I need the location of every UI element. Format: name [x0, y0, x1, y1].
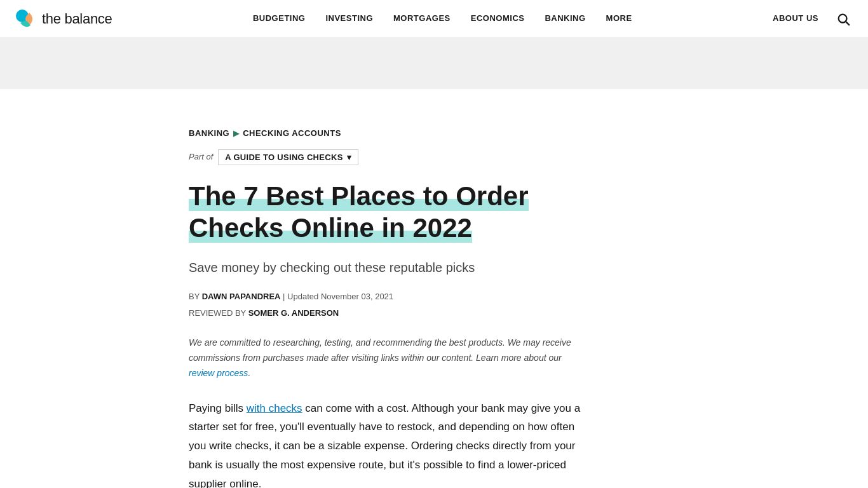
site-header: the balance BUDGETING INVESTING MORTGAGE…: [0, 0, 868, 38]
nav-about-us[interactable]: ABOUT US: [773, 12, 818, 25]
reviewer-link[interactable]: SOMER G. ANDERSON: [248, 308, 339, 318]
nav-budgeting[interactable]: BUDGETING: [253, 12, 306, 25]
article-title-line1: The 7 Best Places to Order: [189, 181, 529, 211]
search-icon: [836, 12, 850, 26]
para1-pre: Paying bills: [189, 402, 243, 414]
with-checks-link[interactable]: with checks: [247, 402, 302, 414]
article-date: November 03, 2021: [321, 292, 393, 301]
header-right: ABOUT US: [773, 10, 853, 29]
main-content: BANKING ▶ CHECKING ACCOUNTS Part of A GU…: [173, 89, 695, 488]
breadcrumb-parent-link[interactable]: BANKING: [189, 127, 229, 140]
para1-rest: can come with a cost. Although your bank…: [189, 402, 580, 488]
article-subtitle: Save money by checking out these reputab…: [189, 257, 583, 278]
site-logo[interactable]: the balance: [15, 8, 112, 30]
article-title-line2: Checks Online in 2022: [189, 213, 472, 243]
part-of-badge-text: A GUIDE TO USING CHECKS: [225, 152, 342, 162]
disclosure-body: We are committed to researching, testing…: [189, 337, 571, 363]
breadcrumb-arrow-icon: ▶: [233, 128, 239, 140]
breadcrumb: BANKING ▶ CHECKING ACCOUNTS: [189, 127, 679, 140]
nav-mortgages[interactable]: MORTGAGES: [393, 12, 451, 25]
date-prefix: Updated: [287, 292, 318, 301]
logo-icon: [15, 9, 36, 29]
main-nav: BUDGETING INVESTING MORTGAGES ECONOMICS …: [253, 12, 632, 25]
review-process-link[interactable]: review process: [189, 368, 248, 378]
nav-banking[interactable]: BANKING: [545, 12, 585, 25]
article-body: Paying bills with checks can come with a…: [189, 399, 679, 488]
search-button[interactable]: [834, 10, 853, 29]
reviewed-by: REVIEWED BY SOMER G. ANDERSON: [189, 307, 679, 320]
nav-investing[interactable]: INVESTING: [325, 12, 373, 25]
svg-line-2: [846, 22, 849, 25]
author-prefix: BY: [189, 292, 200, 301]
reviewed-prefix: REVIEWED BY: [189, 308, 246, 318]
part-of-chevron-icon: ▾: [347, 152, 351, 162]
part-of-row: Part of A GUIDE TO USING CHECKS ▾: [189, 149, 679, 165]
disclosure-text: We are committed to researching, testing…: [189, 336, 583, 381]
part-of-badge[interactable]: A GUIDE TO USING CHECKS ▾: [218, 149, 358, 165]
paragraph-1: Paying bills with checks can come with a…: [189, 399, 583, 488]
logo-text: the balance: [42, 8, 112, 30]
disclosure-period: .: [248, 368, 250, 378]
byline: BY DAWN PAPANDREA | Updated November 03,…: [189, 290, 679, 304]
ad-banner: [0, 38, 868, 89]
nav-economics[interactable]: ECONOMICS: [471, 12, 525, 25]
nav-more[interactable]: MORE: [606, 12, 632, 25]
author-link[interactable]: DAWN PAPANDREA: [202, 292, 281, 301]
article-title: The 7 Best Places to Order Checks Online…: [189, 180, 583, 245]
breadcrumb-current: CHECKING ACCOUNTS: [243, 127, 341, 140]
part-of-label: Part of: [189, 151, 213, 164]
